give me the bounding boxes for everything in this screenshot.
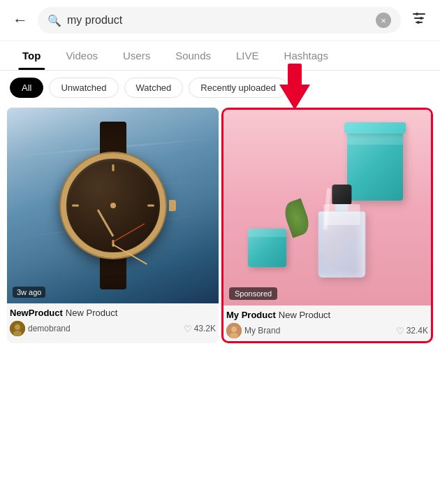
svg-point-8 — [13, 331, 22, 336]
card-brand-name-1: demobrand — [28, 324, 71, 333]
video-timestamp-1: 3w ago — [13, 287, 45, 298]
video-card-1[interactable]: 3w ago NewProduct New Product — [7, 108, 219, 343]
avatar-icon-2 — [226, 323, 242, 338]
card-title-row-1: NewProduct New Product — [10, 308, 216, 318]
card-meta-row-2: My Brand ♡ 32.4K — [226, 323, 428, 338]
tab-top[interactable]: Top — [10, 41, 53, 70]
svg-point-4 — [420, 17, 423, 20]
card-info-2: My Product New Product My Brand — [223, 305, 431, 341]
clear-button[interactable]: × — [376, 13, 391, 28]
tab-live[interactable]: LIVE — [223, 41, 272, 70]
card-brand-name-2: My Brand — [244, 326, 280, 336]
pills-row: All Unwatched Watched Recently uploaded — [0, 71, 440, 105]
card-product-name-1: New Product — [66, 308, 117, 318]
svg-point-7 — [15, 324, 20, 330]
thumbnail-1: 3w ago — [7, 108, 219, 303]
tab-videos[interactable]: Videos — [53, 41, 110, 70]
tab-hashtags[interactable]: Hashtags — [272, 41, 341, 70]
card-product-name-2: New Product — [279, 310, 330, 320]
heart-icon-1: ♡ — [184, 324, 192, 334]
page-wrapper: ← 🔍 × Top Videos — [0, 0, 440, 346]
search-box[interactable]: 🔍 × — [38, 7, 401, 34]
card-brand-row-1: demobrand — [10, 321, 71, 336]
pill-recently-uploaded[interactable]: Recently uploaded — [189, 78, 288, 98]
tabs-row: Top Videos Users Sounds LIVE Hashtags — [0, 41, 440, 71]
svg-point-5 — [417, 21, 420, 24]
card-meta-row-1: demobrand ♡ 43.2K — [10, 321, 216, 336]
filter-icon — [411, 10, 427, 27]
tab-sounds[interactable]: Sounds — [163, 41, 223, 70]
video-card-2[interactable]: Sponsored My Product New Product — [221, 108, 433, 343]
pill-all[interactable]: All — [10, 78, 43, 98]
svg-point-11 — [230, 333, 238, 338]
card-title-row-2: My Product New Product — [226, 310, 428, 320]
pill-watched[interactable]: Watched — [124, 78, 184, 98]
sponsored-badge: Sponsored — [229, 287, 277, 300]
thumbnail-2: Sponsored — [223, 110, 431, 305]
card-likes-1: ♡ 43.2K — [184, 324, 216, 334]
search-icon: 🔍 — [47, 14, 61, 27]
search-input[interactable] — [67, 14, 370, 27]
heart-icon-2: ♡ — [396, 326, 404, 336]
card-info-1: NewProduct New Product demobrand — [7, 303, 219, 339]
avatar-icon-1 — [10, 321, 25, 336]
card-likes-2: ♡ 32.4K — [396, 326, 428, 336]
svg-point-10 — [231, 326, 237, 332]
card-likes-value-1: 43.2K — [194, 324, 216, 333]
tab-users[interactable]: Users — [110, 41, 163, 70]
card-likes-value-2: 32.4K — [406, 326, 428, 336]
card-username-2: My Product — [226, 310, 276, 320]
card-brand-row-2: My Brand — [226, 323, 280, 338]
filter-button[interactable] — [408, 7, 430, 34]
pill-unwatched[interactable]: Unwatched — [49, 78, 118, 98]
avatar-2 — [226, 323, 242, 338]
video-grid: 3w ago NewProduct New Product — [0, 105, 440, 346]
clear-icon: × — [381, 15, 386, 26]
card-username-1: NewProduct — [10, 308, 63, 318]
svg-point-3 — [416, 13, 418, 15]
search-bar-row: ← 🔍 × — [0, 0, 440, 41]
avatar-1 — [10, 321, 25, 336]
back-button[interactable]: ← — [10, 8, 31, 32]
